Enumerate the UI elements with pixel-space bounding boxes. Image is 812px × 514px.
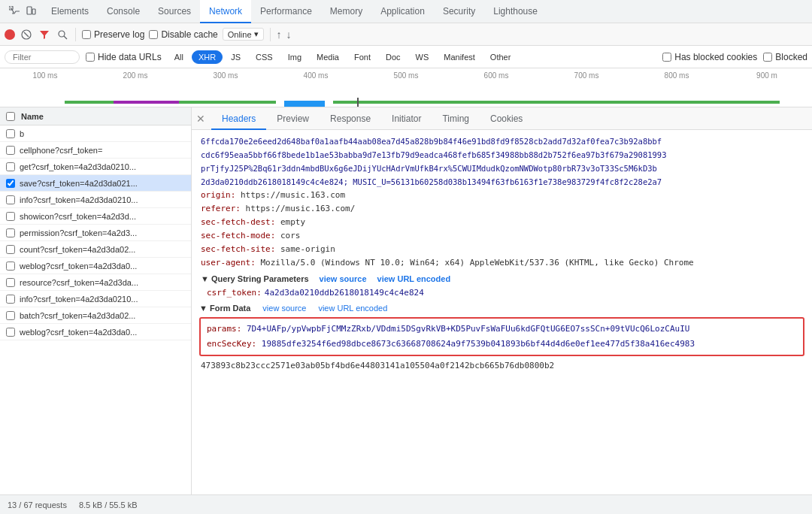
request-checkbox[interactable] — [6, 262, 15, 271]
tl-label-0: 100 ms — [0, 71, 90, 80]
select-all-checkbox[interactable] — [6, 112, 15, 121]
tl-label-2: 300 ms — [180, 71, 271, 80]
header-row: sec-fetch-site: same-origin — [192, 243, 812, 256]
record-button[interactable] — [5, 29, 15, 40]
detail-lines-container: 6ffcda170e2e6eed2d648baf0a1aafb44aab08ea… — [192, 135, 812, 189]
filter-ws[interactable]: WS — [409, 50, 436, 64]
query-string-section-header: ▼ Query String Parameters view source vi… — [192, 270, 812, 286]
form-data-view-encoded-link[interactable]: view URL encoded — [318, 304, 387, 313]
request-name: resource?csrf_token=4a2d3da... — [20, 278, 138, 287]
has-blocked-cookies-label[interactable]: Has blocked cookies — [662, 52, 757, 62]
timeline-bar: 100 ms 200 ms 300 ms 400 ms 500 ms 600 m… — [0, 68, 812, 107]
request-item[interactable]: showicon?csrf_token=4a2d3d... — [0, 208, 191, 225]
filter-js[interactable]: JS — [224, 50, 247, 64]
tab-elements[interactable]: Elements — [42, 0, 98, 23]
request-item[interactable]: save?csrf_token=4a2d3da021... — [0, 175, 191, 192]
preserve-log-label[interactable]: Preserve log — [82, 29, 144, 40]
has-blocked-cookies-checkbox[interactable] — [662, 53, 671, 62]
network-toolbar: Preserve log Disable cache Online ▾ ↑ ↓ — [0, 23, 812, 46]
tab-security[interactable]: Security — [434, 0, 484, 23]
request-checkbox[interactable] — [6, 295, 15, 304]
request-checkbox[interactable] — [6, 146, 15, 155]
close-detail-button[interactable]: ✕ — [196, 113, 205, 125]
hide-data-urls-label[interactable]: Hide data URLs — [86, 52, 162, 62]
request-item[interactable]: info?csrf_token=4a2d3da0210... — [0, 291, 191, 307]
request-checkbox[interactable] — [6, 311, 15, 320]
filter-font[interactable]: Font — [347, 50, 377, 64]
filter-img[interactable]: Img — [281, 50, 308, 64]
tab-sources[interactable]: Sources — [149, 0, 200, 23]
tl-label-6: 700 ms — [541, 71, 632, 80]
request-checkbox[interactable] — [6, 245, 15, 254]
devtools-tab-bar: Elements Console Sources Network Perform… — [0, 0, 812, 23]
clear-button[interactable] — [20, 28, 33, 41]
request-item[interactable]: cellphone?csrf_token= — [0, 142, 191, 159]
filter-all[interactable]: All — [168, 50, 190, 64]
inspect-icon[interactable] — [8, 5, 21, 18]
tab-network[interactable]: Network — [200, 0, 251, 23]
request-checkbox[interactable] — [6, 195, 15, 204]
request-checkbox[interactable] — [6, 278, 15, 287]
request-item[interactable]: weblog?csrf_token=4a2d3da0... — [0, 258, 191, 274]
request-checkbox[interactable] — [6, 162, 15, 171]
filter-input[interactable] — [5, 50, 80, 64]
blocked-text: Blocked — [775, 52, 807, 62]
detail-tab-preview[interactable]: Preview — [266, 107, 320, 130]
request-checkbox[interactable] — [6, 129, 15, 138]
preserve-log-checkbox[interactable] — [82, 30, 91, 39]
import-button[interactable]: ↑ — [277, 29, 282, 41]
request-checkbox[interactable] — [6, 328, 15, 337]
export-button[interactable]: ↓ — [286, 29, 292, 41]
blocked-label[interactable]: Blocked — [763, 52, 807, 62]
request-checkbox[interactable] — [6, 228, 15, 237]
request-item[interactable]: b — [0, 125, 191, 142]
request-item[interactable]: get?csrf_token=4a2d3da0210... — [0, 159, 191, 175]
tab-memory[interactable]: Memory — [321, 0, 371, 23]
request-item[interactable]: weblog?csrf_token=4a2d3da0... — [0, 324, 191, 340]
request-item[interactable]: count?csrf_token=4a2d3da02... — [0, 241, 191, 258]
hide-data-urls-checkbox[interactable] — [86, 53, 95, 62]
form-data-view-source-link[interactable]: view source — [262, 304, 306, 313]
request-item[interactable]: resource?csrf_token=4a2d3da... — [0, 274, 191, 291]
query-view-source-link[interactable]: view source — [320, 274, 367, 283]
request-item[interactable]: batch?csrf_token=4a2d3da02... — [0, 307, 191, 324]
filter-manifest[interactable]: Manifest — [437, 50, 482, 64]
request-name: weblog?csrf_token=4a2d3da0... — [20, 262, 137, 271]
filter-other[interactable]: Other — [483, 50, 518, 64]
filter-css[interactable]: CSS — [249, 50, 280, 64]
tab-lighthouse[interactable]: Lighthouse — [484, 0, 547, 23]
request-item[interactable]: info?csrf_token=4a2d3da0210... — [0, 192, 191, 208]
detail-tab-timing[interactable]: Timing — [432, 107, 480, 130]
disable-cache-label[interactable]: Disable cache — [149, 29, 217, 40]
request-item[interactable]: permission?csrf_token=4a2d3... — [0, 225, 191, 241]
filter-xhr[interactable]: XHR — [192, 50, 223, 64]
detail-tab-headers[interactable]: Headers — [211, 107, 266, 130]
detail-tab-cookies[interactable]: Cookies — [480, 107, 533, 130]
disable-cache-text: Disable cache — [161, 29, 217, 40]
detail-tab-initiator[interactable]: Initiator — [381, 107, 432, 130]
request-name: batch?csrf_token=4a2d3da02... — [20, 311, 135, 320]
filter-media[interactable]: Media — [310, 50, 346, 64]
toolbar-separator-2 — [270, 28, 271, 41]
disable-cache-checkbox[interactable] — [149, 30, 158, 39]
tab-performance[interactable]: Performance — [251, 0, 321, 23]
request-checkbox[interactable] — [6, 179, 15, 188]
throttle-select[interactable]: Online ▾ — [223, 28, 264, 41]
encseckey-key: encSecKey: — [207, 339, 256, 349]
encseckey-val: 19885dfe3254f6ed98dbce8673c63668708624a9… — [262, 339, 695, 349]
tl-label-4: 500 ms — [361, 71, 451, 80]
tab-application[interactable]: Application — [371, 0, 434, 23]
device-icon[interactable] — [24, 5, 38, 18]
form-data-section-header: ▼ Form Data view source view URL encoded — [192, 299, 812, 314]
toolbar-separator-1 — [75, 28, 76, 41]
query-view-encoded-link[interactable]: view URL encoded — [377, 274, 451, 283]
tl-label-5: 600 ms — [451, 71, 541, 80]
filter-doc[interactable]: Doc — [379, 50, 408, 64]
filter-toggle-button[interactable] — [38, 28, 51, 41]
detail-tab-response[interactable]: Response — [320, 107, 381, 130]
search-button[interactable] — [56, 28, 69, 41]
request-checkbox[interactable] — [6, 212, 15, 221]
blocked-checkbox[interactable] — [763, 53, 772, 62]
tl-purple-bar — [114, 101, 178, 104]
tab-console[interactable]: Console — [98, 0, 149, 23]
